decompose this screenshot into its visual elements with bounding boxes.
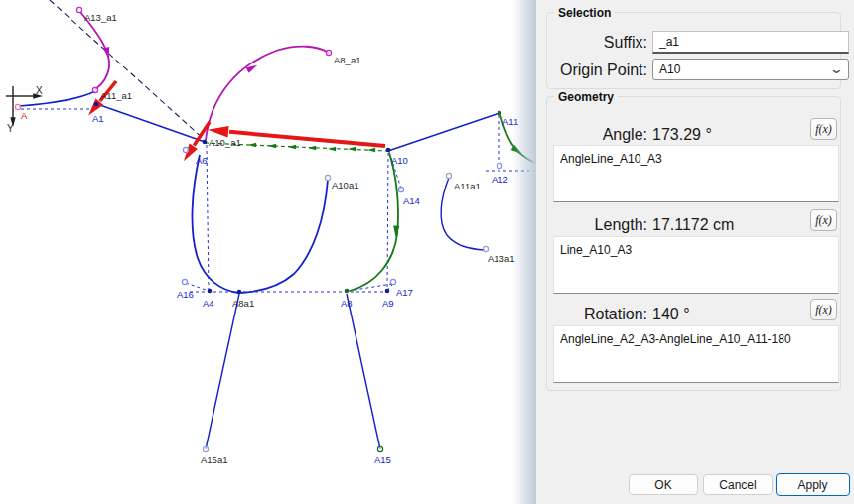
dashed-A10-A9 [387, 153, 388, 290]
angle-formula-button[interactable]: f(x) [810, 118, 837, 140]
point-A1[interactable] [94, 102, 99, 107]
point-A9[interactable] [385, 289, 390, 294]
point-A8[interactable] [345, 289, 350, 294]
point-A14[interactable] [398, 187, 403, 191]
rotation-formula-text: AngleLine_A2_A3-AngleLine_A10_A11-180 [560, 332, 791, 346]
origin-point-select[interactable]: A10 ⌄ [652, 59, 849, 80]
point-A10[interactable] [386, 148, 391, 153]
dashed-A3-A4 [207, 145, 209, 290]
point-A8a1[interactable] [237, 290, 242, 295]
point-A12[interactable] [497, 163, 501, 168]
arrowhead-icon [348, 147, 356, 152]
length-formula-text: Line_A10_A3 [560, 243, 632, 257]
point-label-A10[interactable]: A10 [391, 155, 408, 166]
point-A13_a1[interactable] [76, 7, 81, 12]
point-A[interactable] [15, 104, 20, 109]
line-A1-A3[interactable] [97, 104, 205, 142]
rotation-label: Rotation: [536, 306, 647, 323]
chevron-down-icon: ⌄ [829, 64, 844, 74]
origin-point-value: A10 [659, 63, 680, 76]
line-A10-A11[interactable] [388, 113, 499, 151]
arrowhead-icon [103, 47, 112, 59]
drawing-canvas[interactable]: AA13_a1A11_a1A1A8_a1A10_a1A6A10a1A10A14A… [0, 0, 536, 504]
point-label-A1[interactable]: A1 [92, 113, 104, 124]
point-label-A[interactable]: A [21, 110, 28, 121]
cancel-button[interactable]: Cancel [703, 474, 773, 495]
point-A10a1[interactable] [325, 175, 330, 180]
suffix-input[interactable]: _a1 [652, 31, 849, 54]
point-label-A15a1[interactable]: A15a1 [201, 454, 227, 465]
geometry-group-title: Geometry [554, 90, 618, 104]
red-arrow-long-head [208, 124, 229, 138]
point-A16[interactable] [182, 279, 187, 284]
fx-icon: f(x) [815, 213, 832, 228]
point-label-A16[interactable]: A16 [177, 289, 194, 300]
green-curve-A10-A8[interactable] [350, 153, 398, 291]
angle-formula-field[interactable]: AngleLine_A10_A3 [553, 145, 839, 202]
rotation-value: 140 ° [652, 306, 690, 323]
canvas-edge-shadow [512, 0, 536, 504]
selection-group-title: Selection [554, 6, 615, 20]
curve-A6-A8a1[interactable] [192, 155, 239, 293]
point-label-A15[interactable]: A15 [374, 454, 391, 465]
arrowhead-icon [308, 146, 316, 151]
point-label-A14[interactable]: A14 [403, 195, 420, 206]
point-label-A17[interactable]: A17 [396, 287, 413, 298]
point-label-A9[interactable]: A9 [382, 298, 394, 309]
rotation-formula-field[interactable]: AngleLine_A2_A3-AngleLine_A10_A11-180 [553, 325, 839, 383]
curve-A-A1[interactable] [19, 91, 95, 106]
point-label-A10_a1[interactable]: A10_a1 [209, 137, 241, 148]
point-label-A11_a1[interactable]: A11_a1 [100, 90, 132, 101]
apply-button[interactable]: Apply [776, 473, 850, 496]
point-label-A8a1[interactable]: A8a1 [232, 298, 254, 309]
arrowhead-icon [328, 147, 336, 152]
point-A11a1[interactable] [446, 173, 451, 178]
point-label-A13_a1[interactable]: A13_a1 [84, 12, 117, 23]
point-label-A6[interactable]: A6 [196, 155, 208, 166]
axis-label-Y: Y [7, 123, 14, 134]
axis-label-X: X [36, 85, 43, 96]
fx-icon: f(x) [815, 303, 832, 317]
suffix-value: _a1 [659, 35, 679, 49]
rotation-formula-button[interactable]: f(x) [810, 299, 837, 320]
point-label-A8_a1[interactable]: A8_a1 [334, 55, 360, 65]
fx-icon: f(x) [815, 122, 832, 137]
point-A17[interactable] [390, 279, 395, 284]
arrowhead-icon [248, 143, 256, 148]
construction-dashed-line [50, 0, 205, 140]
point-A8_a1[interactable] [326, 50, 331, 55]
point-A11_a1[interactable] [92, 87, 97, 92]
angle-label: Angle: [536, 126, 647, 144]
point-label-A4[interactable]: A4 [203, 298, 214, 309]
arrowhead-icon [268, 144, 276, 149]
point-A4[interactable] [208, 289, 213, 294]
ok-button[interactable]: OK [629, 474, 698, 495]
arrowhead-icon [246, 63, 259, 73]
point-A6[interactable] [183, 147, 188, 152]
point-A15[interactable] [377, 446, 382, 451]
arrowhead-icon [392, 226, 399, 238]
pattern-drawing[interactable]: AA13_a1A11_a1A1A8_a1A10_a1A6A10a1A10A14A… [0, 0, 536, 504]
length-label: Length: [536, 216, 647, 234]
arrowhead-icon [367, 148, 375, 153]
angle-formula-text: AngleLine_A10_A3 [560, 152, 662, 166]
point-A13a1[interactable] [483, 246, 488, 251]
magenta-curve-A8a1[interactable] [206, 47, 329, 140]
line-A8-A15[interactable] [347, 294, 380, 449]
point-A11[interactable] [498, 111, 502, 116]
point-A10_a1[interactable] [203, 140, 208, 145]
length-formula-field[interactable]: Line_A10_A3 [553, 236, 839, 294]
point-A15a1[interactable] [203, 446, 208, 451]
point-label-A10a1[interactable]: A10a1 [332, 180, 358, 190]
line-A8a1-A15a1[interactable] [206, 294, 239, 449]
length-formula-button[interactable]: f(x) [810, 209, 837, 231]
suffix-label: Suffix: [536, 34, 647, 52]
point-label-A8[interactable]: A8 [341, 298, 353, 309]
arrowhead-icon [288, 145, 296, 150]
angle-value: 173.29 ° [652, 126, 712, 144]
length-value: 17.1172 cm [652, 216, 734, 234]
point-label-A12[interactable]: A12 [492, 174, 508, 185]
point-label-A11a1[interactable]: A11a1 [454, 181, 481, 191]
point-label-A13a1[interactable]: A13a1 [488, 253, 514, 264]
curve-A10a1-A8a1[interactable] [241, 180, 328, 293]
